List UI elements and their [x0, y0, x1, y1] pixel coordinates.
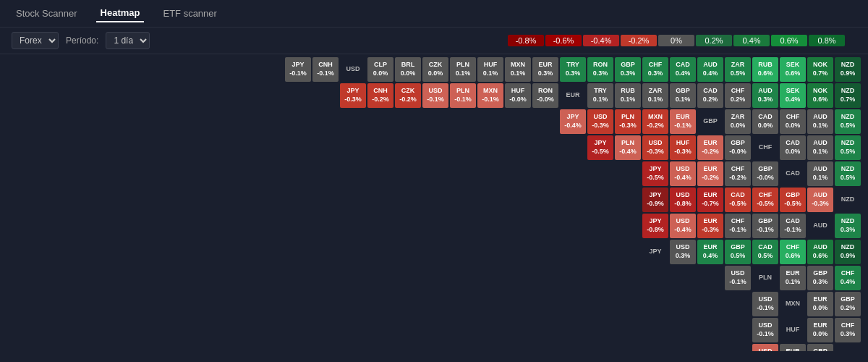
market-select[interactable]: Forex — [12, 32, 59, 49]
cell-chf-r1[interactable]: CHF0.3% — [642, 57, 668, 82]
cell-eur-r10[interactable]: EUR0.0% — [807, 292, 833, 316]
cell-try-r2[interactable]: TRY0.1% — [587, 83, 613, 108]
cell-usd-r5[interactable]: USD-0.4% — [670, 161, 696, 186]
cell-nzd-r4[interactable]: NZD0.5% — [835, 135, 861, 160]
cell-nzd-r7[interactable]: NZD0.3% — [835, 214, 861, 238]
cell-usd-r11[interactable]: USD-0.1% — [752, 318, 778, 342]
cell-cad-r3[interactable]: CAD0.0% — [752, 109, 778, 134]
cell-zar-r12-lbl[interactable]: ZAR — [835, 344, 861, 351]
cell-gbp-r5[interactable]: GBP-0.0% — [752, 161, 778, 186]
cell-pln-r4[interactable]: PLN-0.4% — [615, 135, 641, 160]
cell-usd-r6[interactable]: USD-0.8% — [670, 188, 696, 212]
cell-try-r1[interactable]: TRY0.3% — [560, 57, 586, 82]
cell-cad-r8[interactable]: CAD0.5% — [752, 240, 778, 264]
cell-czk-r1[interactable]: CZK0.0% — [422, 57, 448, 82]
cell-eur-r5[interactable]: EUR-0.2% — [697, 161, 723, 186]
cell-rub-r1[interactable]: RUB0.6% — [752, 57, 778, 82]
cell-nok-r1[interactable]: NOK0.7% — [807, 57, 833, 82]
cell-chf-r2[interactable]: CHF0.2% — [725, 83, 751, 108]
cell-clp-r1[interactable]: CLP0.0% — [367, 57, 393, 82]
cell-chf-r11[interactable]: CHF0.3% — [835, 318, 861, 342]
cell-aud-r6[interactable]: AUD-0.3% — [807, 188, 833, 212]
cell-jpy-r5[interactable]: JPY-0.5% — [642, 161, 668, 186]
cell-cnh-r1[interactable]: CNH-0.1% — [312, 57, 339, 82]
cell-ron-r1[interactable]: RON0.3% — [587, 57, 613, 82]
cell-nzd-r6-lbl[interactable]: NZD — [835, 188, 861, 212]
cell-mxn-r2[interactable]: MXN-0.1% — [477, 83, 503, 108]
cell-aud-r1[interactable]: AUD0.4% — [697, 57, 723, 82]
cell-huf-r2[interactable]: HUF-0.0% — [505, 83, 531, 108]
cell-usd-r1[interactable]: USD — [340, 57, 366, 82]
cell-eur-r6[interactable]: EUR-0.7% — [697, 188, 723, 212]
cell-pln-r2[interactable]: PLN-0.1% — [450, 83, 476, 108]
cell-mxn-r10-lbl[interactable]: MXN — [780, 292, 806, 316]
cell-mxn-r1[interactable]: MXN0.1% — [505, 57, 531, 82]
cell-jpy-r3[interactable]: JPY-0.4% — [560, 109, 586, 134]
cell-cad-r1[interactable]: CAD0.4% — [670, 57, 696, 82]
cell-ron-r2[interactable]: RON-0.0% — [532, 83, 558, 108]
cell-eur-r3[interactable]: EUR-0.1% — [670, 109, 696, 134]
cell-zar-r1[interactable]: ZAR0.5% — [725, 57, 751, 82]
cell-aud-r2[interactable]: AUD0.3% — [752, 83, 778, 108]
nav-etf-scanner[interactable]: ETF scanner — [158, 5, 221, 22]
cell-usd-r7[interactable]: USD-0.4% — [670, 214, 696, 238]
cell-gbp-r6[interactable]: GBP-0.5% — [780, 188, 806, 212]
cell-chf-r8[interactable]: CHF0.6% — [780, 240, 806, 264]
cell-jpy-r7[interactable]: JPY-0.8% — [642, 214, 668, 238]
cell-nzd-r3[interactable]: NZD0.5% — [835, 109, 861, 134]
cell-zar-r3[interactable]: ZAR0.0% — [725, 109, 751, 134]
cell-aud-r3[interactable]: AUD0.1% — [807, 109, 833, 134]
cell-chf-r3[interactable]: CHF0.0% — [780, 109, 806, 134]
cell-usd-r10[interactable]: USD-0.1% — [752, 292, 778, 316]
cell-gbp-r12[interactable]: GBP0.0% — [807, 344, 833, 351]
cell-gbp-r7[interactable]: GBP-0.1% — [752, 214, 778, 238]
cell-gbp-r2[interactable]: GBP0.1% — [670, 83, 696, 108]
cell-nzd-r5[interactable]: NZD0.5% — [835, 161, 861, 186]
cell-eur-r8[interactable]: EUR0.4% — [697, 240, 723, 264]
cell-eur-r1[interactable]: EUR0.3% — [532, 57, 558, 82]
cell-cad-r5-lbl[interactable]: CAD — [780, 161, 806, 186]
cell-aud-r4[interactable]: AUD0.1% — [807, 135, 833, 160]
cell-gbp-r10[interactable]: GBP0.2% — [835, 292, 861, 316]
cell-eur-r7[interactable]: EUR-0.3% — [697, 214, 723, 238]
cell-chf-r6[interactable]: CHF-0.5% — [752, 188, 778, 212]
cell-usd-r4[interactable]: USD-0.3% — [642, 135, 668, 160]
cell-jpy-r2[interactable]: JPY-0.3% — [340, 83, 366, 108]
nav-heatmap[interactable]: Heatmap — [96, 4, 145, 22]
cell-usd-r8[interactable]: USD0.3% — [670, 240, 696, 264]
nav-stock-scanner[interactable]: Stock Scanner — [12, 5, 82, 22]
cell-nok-r2[interactable]: NOK0.6% — [807, 83, 833, 108]
cell-mxn-r3[interactable]: MXN-0.2% — [642, 109, 668, 134]
cell-usd-r9[interactable]: USD-0.1% — [725, 266, 751, 290]
cell-huf-r1[interactable]: HUF0.1% — [477, 57, 503, 82]
cell-chf-r9[interactable]: CHF0.4% — [835, 266, 861, 290]
cell-cnh-r2[interactable]: CNH-0.2% — [367, 83, 393, 108]
cell-nzd-r1[interactable]: NZD0.9% — [835, 57, 861, 82]
cell-gbp-r3-lbl[interactable]: GBP — [697, 109, 723, 134]
cell-eur-r11[interactable]: EUR0.0% — [807, 318, 833, 342]
cell-jpy-r6[interactable]: JPY-0.9% — [642, 188, 668, 212]
cell-nzd-r2[interactable]: NZD0.7% — [835, 83, 861, 108]
cell-pln-r3[interactable]: PLN-0.3% — [615, 109, 641, 134]
cell-jpy-r8-lbl[interactable]: JPY — [642, 240, 668, 264]
period-select[interactable]: 1 día — [106, 32, 150, 49]
cell-eur-r4[interactable]: EUR-0.2% — [697, 135, 723, 160]
cell-sek-r2[interactable]: SEK0.4% — [780, 83, 806, 108]
cell-eur-r12[interactable]: EUR0.0% — [780, 344, 806, 351]
cell-eur-r9[interactable]: EUR0.1% — [780, 266, 806, 290]
cell-brl-r1[interactable]: BRL0.0% — [395, 57, 421, 82]
cell-cad-r7[interactable]: CAD-0.1% — [780, 214, 806, 238]
cell-eur-r2-lbl[interactable]: EUR — [560, 83, 586, 108]
cell-cad-r4[interactable]: CAD0.0% — [780, 135, 806, 160]
cell-sek-r1[interactable]: SEK0.6% — [780, 57, 806, 82]
cell-pln-r1[interactable]: PLN0.1% — [450, 57, 476, 82]
cell-chf-r4-lbl[interactable]: CHF — [752, 135, 778, 160]
cell-gbp-r9[interactable]: GBP0.3% — [807, 266, 833, 290]
cell-cad-r2[interactable]: CAD0.2% — [697, 83, 723, 108]
cell-chf-r7[interactable]: CHF-0.1% — [725, 214, 751, 238]
cell-usd-r3[interactable]: USD-0.3% — [587, 109, 613, 134]
cell-usd-r12[interactable]: USD-0.1% — [752, 344, 778, 351]
cell-rub-r2[interactable]: RUB0.1% — [615, 83, 641, 108]
cell-cad-r6[interactable]: CAD-0.5% — [725, 188, 751, 212]
cell-chf-r5[interactable]: CHF-0.2% — [725, 161, 751, 186]
